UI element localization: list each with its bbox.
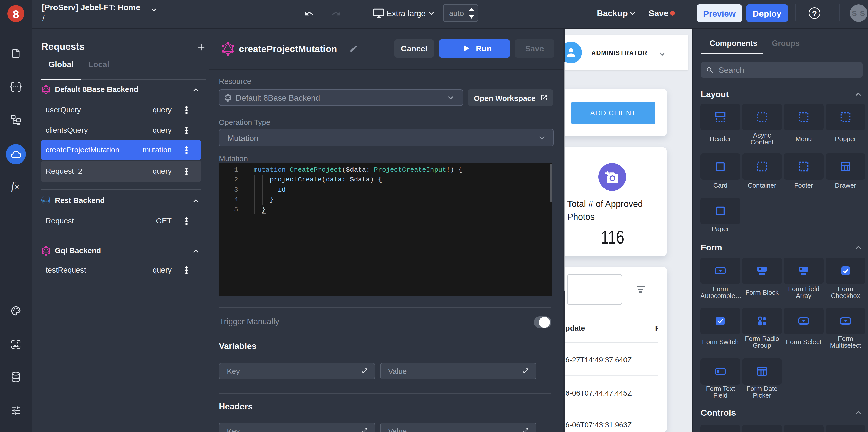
svg-text:REST: REST [42,199,50,203]
